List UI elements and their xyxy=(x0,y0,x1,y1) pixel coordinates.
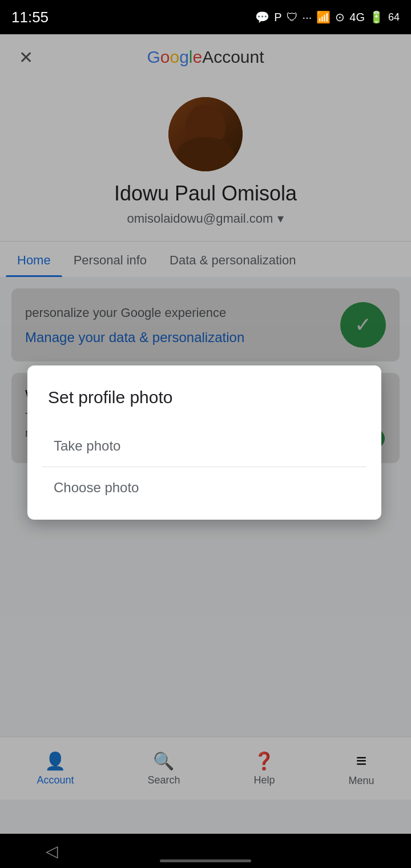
home-indicator xyxy=(160,859,251,862)
profile-photo-dialog: Set profile photo Take photo Choose phot… xyxy=(27,365,381,520)
status-icons: 💬 P 🛡 ··· 📶 ⊙ 4G 🔋 64 xyxy=(255,10,400,24)
wifi-icon: ⊙ xyxy=(335,10,345,24)
choose-photo-option[interactable]: Choose photo xyxy=(48,467,361,508)
take-photo-label: Take photo xyxy=(54,438,120,454)
status-bar: 11:55 💬 P 🛡 ··· 📶 ⊙ 4G 🔋 64 xyxy=(0,0,411,34)
choose-photo-label: Choose photo xyxy=(54,480,139,496)
take-photo-option[interactable]: Take photo xyxy=(48,425,361,467)
vpn-icon: 🛡 xyxy=(287,11,298,24)
main-background: ✕ Google Account Idowu Paul Omisola omis… xyxy=(0,34,411,834)
android-nav: ◁ xyxy=(0,834,411,868)
whatsapp-icon: 💬 xyxy=(255,10,269,24)
data-icon: 4G xyxy=(349,11,365,24)
back-arrow-icon[interactable]: ◁ xyxy=(46,842,58,861)
parking-icon: P xyxy=(274,11,281,24)
dots-icon: ··· xyxy=(303,11,312,24)
battery-percent: 64 xyxy=(388,11,400,23)
signal-icon: 📶 xyxy=(316,10,331,24)
battery-icon: 🔋 xyxy=(369,10,384,24)
status-time: 11:55 xyxy=(11,9,49,26)
dialog-title: Set profile photo xyxy=(48,386,361,408)
